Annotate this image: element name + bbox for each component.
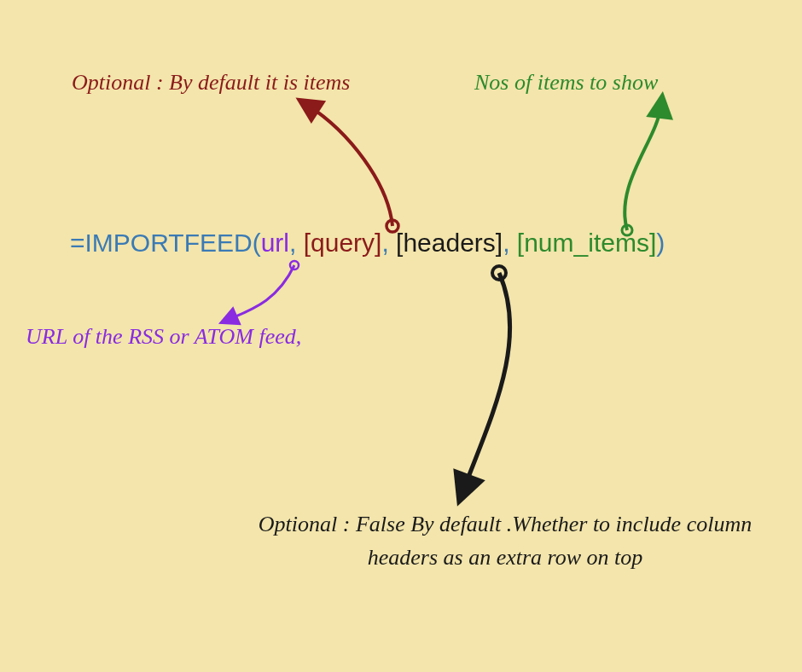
svg-point-3	[492, 266, 506, 280]
formula: =IMPORTFEED(url, [query], [headers], [nu…	[70, 229, 665, 258]
annotation-url: URL of the RSS or ATOM feed,	[26, 324, 301, 350]
formula-open-paren: (	[253, 229, 261, 257]
formula-arg-query: [query]	[304, 229, 382, 257]
formula-arg-headers: [headers]	[396, 229, 503, 257]
annotation-query: Optional : By default it is items	[72, 70, 350, 96]
svg-point-2	[290, 261, 299, 269]
formula-arg-url: url	[261, 229, 289, 257]
formula-comma: ,	[381, 229, 396, 257]
formula-comma: ,	[289, 229, 304, 257]
annotation-numitems: Nos of items to show	[474, 70, 658, 96]
arrow-numitems	[614, 98, 700, 235]
formula-close-paren: )	[656, 229, 665, 257]
arrow-headers	[448, 264, 533, 503]
formula-comma: ,	[503, 229, 517, 257]
formula-arg-numitems: [num_items]	[517, 229, 656, 257]
arrow-query	[290, 98, 410, 235]
annotation-headers: Optional : False By default .Whether to …	[249, 507, 761, 574]
formula-equals: =	[70, 229, 85, 257]
formula-function-name: IMPORTFEED	[85, 229, 253, 257]
